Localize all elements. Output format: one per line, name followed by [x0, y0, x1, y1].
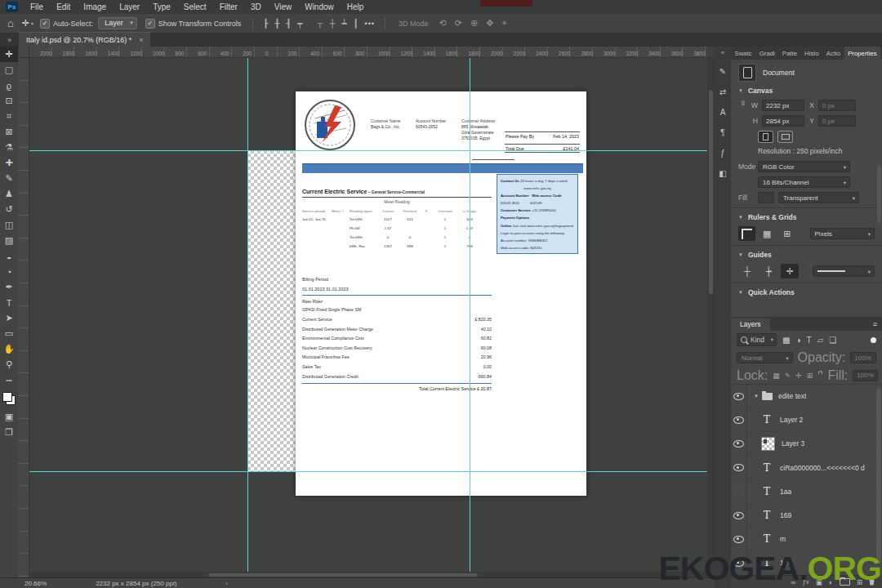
- brush-settings-panel-icon[interactable]: ✎: [719, 61, 726, 82]
- tab-close-icon[interactable]: ×: [139, 36, 143, 44]
- tab-properties[interactable]: Properties: [844, 47, 881, 60]
- type-tool[interactable]: T: [0, 295, 18, 310]
- distribute-vertical-icon[interactable]: ┬: [314, 19, 326, 28]
- tool-preset-caret-icon[interactable]: ▾: [31, 20, 33, 26]
- tab-overflow-chevron-icon[interactable]: »: [0, 36, 19, 47]
- layer-filter-kind-dropdown[interactable]: Kind: [737, 333, 777, 346]
- tab-layers[interactable]: Layers: [731, 318, 770, 331]
- layer-row[interactable]: Layer 3: [731, 432, 882, 456]
- document-tab[interactable]: Italy id.psd @ 20.7% (RGB/16) * ×: [19, 32, 150, 47]
- history-brush-tool[interactable]: ↺: [0, 202, 18, 217]
- layer-visibility-toggle[interactable]: [731, 504, 747, 527]
- fill-dropdown[interactable]: Transparent: [778, 192, 859, 203]
- bit-depth-dropdown[interactable]: 16 Bits/Channel: [758, 176, 850, 188]
- layer-row[interactable]: TLayer 2: [731, 408, 882, 432]
- horizontal-guide[interactable]: [29, 471, 707, 472]
- filter-pixel-layers-icon[interactable]: ▩: [782, 336, 790, 345]
- layer-row[interactable]: T169: [731, 504, 882, 528]
- text-layer-thumbnail[interactable]: T: [760, 510, 773, 521]
- landscape-orientation-button[interactable]: [777, 131, 793, 143]
- color-mode-dropdown[interactable]: RGB Color: [758, 161, 850, 172]
- tab-swatc[interactable]: Swatc: [731, 47, 755, 60]
- align-right-edges-icon[interactable]: ┨: [283, 19, 294, 28]
- text-layer-thumbnail[interactable]: T: [760, 462, 773, 474]
- foreground-background-swatches[interactable]: [2, 392, 16, 405]
- crop-tool[interactable]: ⌗: [0, 109, 18, 124]
- canvas-height-field[interactable]: 2854 px: [762, 115, 804, 127]
- layer-visibility-toggle[interactable]: [731, 457, 747, 479]
- menu-type[interactable]: Type: [146, 2, 177, 11]
- menu-layer[interactable]: Layer: [113, 2, 146, 11]
- screen-mode-button[interactable]: ❐: [0, 425, 18, 440]
- guides-lock-button[interactable]: ┾: [760, 264, 777, 278]
- fill-field[interactable]: 100%: [853, 370, 877, 381]
- blur-tool[interactable]: ◒: [0, 248, 18, 264]
- menu-image[interactable]: Image: [77, 2, 113, 11]
- eraser-tool[interactable]: ◫: [0, 217, 18, 233]
- path-selection-tool[interactable]: ➤: [0, 310, 18, 326]
- paragraph-panel-icon[interactable]: ¶: [720, 122, 724, 143]
- menu-file[interactable]: File: [24, 2, 50, 11]
- guides-layout-button[interactable]: ┼: [738, 264, 756, 278]
- quick-actions-section-header[interactable]: ▼ Quick Actions: [738, 288, 875, 296]
- character-panel-icon[interactable]: A: [720, 102, 726, 122]
- hand-tool[interactable]: ✋: [0, 341, 18, 357]
- grid-toggle-button[interactable]: ▦: [759, 226, 776, 241]
- lock-position-icon[interactable]: ✛: [795, 372, 802, 380]
- clone-source-panel-icon[interactable]: ⇄: [719, 82, 726, 102]
- tab-gradi[interactable]: Gradi: [755, 47, 778, 60]
- rulers-grids-section-header[interactable]: ▼ Rulers & Grids: [738, 213, 875, 221]
- guides-clear-button[interactable]: ✛: [781, 264, 799, 278]
- filter-type-layers-icon[interactable]: T: [807, 336, 812, 345]
- align-horizontal-centers-icon[interactable]: ╂: [271, 19, 283, 28]
- opacity-field[interactable]: 100%: [850, 352, 876, 363]
- eyedropper-tool[interactable]: ⚗: [0, 140, 18, 155]
- layer-row[interactable]: T1aa: [731, 480, 882, 504]
- text-layer-thumbnail[interactable]: T: [760, 533, 773, 545]
- filter-adjustment-layers-icon[interactable]: ◑: [795, 336, 800, 345]
- layer-visibility-toggle[interactable]: [731, 480, 747, 503]
- ruler-units-dropdown[interactable]: Pixels: [810, 228, 875, 239]
- 3d-slide-icon[interactable]: ✥: [482, 18, 497, 29]
- healing-brush-tool[interactable]: ✚: [0, 155, 18, 171]
- layer-visibility-toggle[interactable]: [731, 385, 747, 408]
- canvas-width-field[interactable]: 2232 px: [762, 100, 804, 111]
- align-left-edges-icon[interactable]: ┠: [260, 19, 271, 28]
- menu-filter[interactable]: Filter: [213, 2, 244, 11]
- blend-mode-dropdown[interactable]: Normal: [737, 352, 793, 363]
- layers-scrollbar[interactable]: [876, 388, 881, 564]
- horizontal-guide[interactable]: [29, 150, 707, 151]
- auto-select-target-dropdown[interactable]: Layer: [98, 17, 137, 29]
- layers-panel-menu-icon[interactable]: ≡: [868, 320, 882, 331]
- menu-edit[interactable]: Edit: [50, 2, 77, 11]
- lock-transparency-icon[interactable]: ▦: [773, 372, 780, 380]
- pixel-layer-thumbnail[interactable]: [761, 437, 775, 451]
- align-top-edges-icon[interactable]: ┯: [294, 19, 305, 28]
- scrollbar-thumb[interactable]: [709, 90, 713, 294]
- align-bottom-edges-icon[interactable]: ┷: [339, 19, 350, 28]
- layer-visibility-toggle[interactable]: [731, 528, 747, 550]
- text-layer-thumbnail[interactable]: T: [760, 486, 773, 497]
- zoom-tool[interactable]: ⚲: [0, 357, 18, 372]
- lasso-tool[interactable]: ϱ: [0, 78, 18, 93]
- 3d-roll-icon[interactable]: ⟳: [451, 18, 466, 29]
- text-layer-thumbnail[interactable]: T: [760, 414, 773, 425]
- layer-visibility-toggle[interactable]: [731, 432, 747, 455]
- brush-tool[interactable]: ✎: [0, 171, 18, 186]
- layer-row[interactable]: Tm: [731, 528, 882, 551]
- canvas-y-field[interactable]: 0 px: [818, 115, 856, 127]
- zoom-percentage-field[interactable]: 20.66%: [24, 580, 47, 587]
- show-transform-checkbox[interactable]: ✓: [145, 19, 155, 29]
- move-tool[interactable]: ✛: [0, 47, 18, 62]
- collapse-panels-icon[interactable]: «: [721, 47, 724, 61]
- menu-select[interactable]: Select: [177, 2, 213, 11]
- canvas-x-field[interactable]: 0 px: [818, 100, 856, 111]
- layer-visibility-toggle[interactable]: [731, 408, 747, 431]
- 3d-pan-icon[interactable]: ⊕: [466, 18, 482, 29]
- filter-smart-objects-icon[interactable]: ❏: [829, 336, 836, 345]
- document-page[interactable]: Customer Name Bags & Co., Inc. Account N…: [296, 91, 586, 496]
- marquee-tool[interactable]: ▢: [0, 62, 18, 78]
- menu-3d[interactable]: 3D: [244, 2, 268, 11]
- scrollbar-thumb[interactable]: [208, 573, 478, 577]
- more-options-icon[interactable]: •••: [365, 20, 375, 28]
